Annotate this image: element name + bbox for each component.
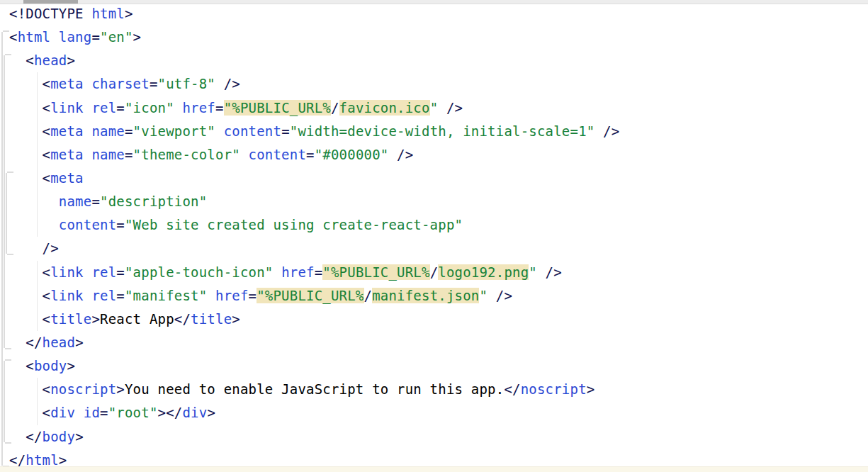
code-line-13: <link rel="manifest" href="%PUBLIC_URL%/… [9, 284, 619, 308]
code-token: < [9, 358, 34, 373]
code-token: = [100, 405, 108, 420]
code-token [84, 100, 92, 116]
code-token: "theme-color" [133, 147, 240, 162]
code-token: / [430, 264, 439, 280]
code-token [207, 288, 215, 303]
code-token: " [479, 288, 487, 303]
code-token: href [182, 100, 215, 116]
highlighted-token: "%PUBLIC_URL% [224, 100, 331, 116]
code-line-14: <title>React App</title> [9, 308, 619, 331]
code-token: / [331, 100, 339, 116]
code-token: > [133, 29, 142, 45]
code-token: head [34, 52, 67, 68]
code-token [84, 288, 92, 303]
code-token: React App [100, 311, 174, 327]
fold-marker[interactable] [4, 55, 5, 348]
code-token [273, 264, 281, 280]
code-token [9, 193, 59, 209]
code-token: > [75, 429, 84, 444]
code-token: > [125, 6, 133, 21]
code-token: = [116, 288, 125, 303]
code-token: content [59, 217, 116, 232]
code-token [50, 29, 59, 45]
code-token: rel [91, 288, 116, 303]
horizontal-scrollbar-track[interactable] [0, 0, 868, 4]
code-token [84, 264, 92, 280]
code-token: = [91, 29, 100, 45]
code-token: < [9, 288, 50, 303]
code-token: div [50, 405, 75, 420]
code-token [84, 123, 92, 139]
code-token: <!DOCTYPE [9, 6, 91, 21]
fold-marker[interactable] [1, 32, 3, 466]
code-token: You need to enable JavaScript to run thi… [125, 381, 504, 397]
code-line-1: <!DOCTYPE html> [9, 2, 619, 26]
code-token: charset [91, 76, 149, 91]
code-token: /> [487, 288, 512, 303]
code-token: id [84, 405, 100, 420]
code-token: meta [50, 147, 84, 162]
code-token: rel [91, 264, 116, 280]
code-token: = [125, 123, 133, 139]
code-token: "viewport" [133, 123, 215, 139]
code-token: = [315, 264, 323, 280]
code-token: < [9, 264, 50, 280]
code-editor[interactable]: <!DOCTYPE html><html lang="en"> <head> <… [0, 0, 868, 472]
code-line-2: <html lang="en"> [9, 26, 619, 49]
code-token: " [430, 100, 439, 116]
code-token: = [306, 147, 315, 162]
code-token: </ [504, 381, 520, 397]
code-token: = [91, 193, 100, 209]
code-line-19: </body> [9, 425, 619, 449]
code-token: < [9, 100, 50, 116]
code-line-5: <link rel="icon" href="%PUBLIC_URL%/favi… [9, 96, 619, 120]
fold-marker[interactable] [6, 173, 7, 254]
code-token: = [249, 288, 257, 303]
code-token: = [281, 123, 290, 139]
code-token: < [9, 311, 50, 327]
code-token: head [43, 335, 76, 350]
code-token: "description" [100, 193, 207, 209]
code-line-4: <meta charset="utf-8" /> [9, 72, 619, 96]
code-token: </ [174, 311, 191, 327]
code-token: /> [594, 123, 619, 139]
code-line-12: <link rel="apple-touch-icon" href="%PUBL… [9, 261, 619, 284]
code-token: </ [9, 452, 26, 468]
code-token [84, 147, 92, 162]
fold-marker[interactable] [4, 361, 5, 442]
code-token: > [59, 452, 67, 468]
code-token: = [116, 100, 125, 116]
code-token: = [150, 76, 158, 91]
code-token: /> [537, 264, 562, 280]
code-token: </ [9, 335, 43, 350]
code-token: div [182, 405, 207, 420]
code-token: meta [50, 123, 84, 139]
code-token: > [67, 358, 75, 373]
code-token: " [529, 264, 537, 280]
code-text-area[interactable]: <!DOCTYPE html><html lang="en"> <head> <… [9, 2, 619, 472]
code-token: < [9, 123, 50, 139]
code-line-3: <head> [9, 49, 619, 72]
highlighted-token: logo192.png [438, 264, 529, 280]
code-line-8: <meta [9, 167, 619, 190]
code-token [9, 217, 59, 232]
code-token [174, 100, 183, 116]
code-token: = [116, 264, 125, 280]
code-line-16: <body> [9, 354, 619, 378]
code-token: /> [215, 76, 240, 91]
highlighted-token: manifest.json [372, 288, 479, 303]
code-token: </ [9, 429, 43, 444]
code-token [75, 405, 84, 420]
horizontal-scrollbar-thumb[interactable] [23, 0, 78, 4]
code-token: rel [91, 100, 116, 116]
code-token: < [9, 52, 34, 68]
code-token: > [207, 405, 215, 420]
code-token: /> [9, 240, 59, 256]
code-line-9: name="description" [9, 190, 619, 213]
code-line-10: content="Web site created using create-r… [9, 213, 619, 237]
code-token: meta [50, 170, 84, 186]
code-token: < [9, 170, 50, 186]
code-token: "en" [100, 29, 133, 45]
code-token: > [587, 381, 595, 397]
code-token: html [26, 452, 59, 468]
